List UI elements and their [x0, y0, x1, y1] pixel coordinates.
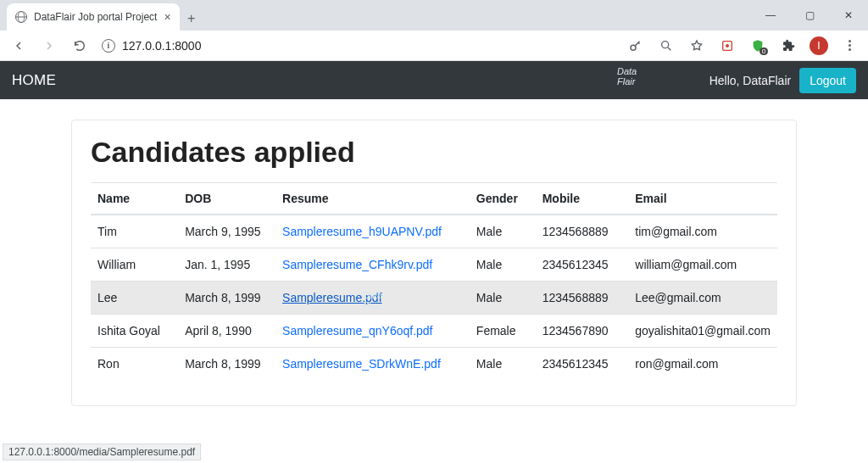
resume-link[interactable]: Sampleresume_CFhk9rv.pdf — [282, 258, 432, 271]
cell-name: Lee — [91, 282, 178, 315]
col-name: Name — [91, 183, 178, 215]
col-resume: Resume — [275, 183, 470, 215]
svg-point-1 — [662, 41, 669, 47]
forward-icon — [37, 34, 61, 58]
cell-mobile: 1234567890 — [536, 315, 629, 348]
zoom-icon[interactable] — [654, 34, 678, 58]
kebab-menu-icon[interactable] — [837, 34, 861, 58]
site-info-icon[interactable]: i — [102, 39, 115, 53]
candidates-card: Candidates applied Name DOB Resume Gende… — [71, 120, 797, 406]
resume-link[interactable]: Sampleresume.pdf — [282, 291, 382, 304]
cell-email: goyalishita01@gmail.com — [628, 315, 777, 348]
page-title: Candidates applied — [91, 136, 777, 169]
back-icon[interactable] — [7, 34, 31, 58]
star-icon[interactable] — [685, 34, 709, 58]
cell-gender: Male — [470, 348, 536, 381]
col-mobile: Mobile — [536, 183, 629, 215]
cell-dob: April 8, 1990 — [178, 315, 275, 348]
cell-mobile: 2345612345 — [536, 348, 629, 381]
extensions-icon[interactable] — [776, 34, 800, 58]
status-bar: 127.0.0.1:8000/media/Sampleresume.pdf — [3, 443, 201, 460]
greeting-text: Hello, DataFlair — [709, 74, 791, 87]
cell-resume: Sampleresume_h9UAPNV.pdf — [275, 215, 470, 248]
col-dob: DOB — [178, 183, 275, 215]
svg-point-3 — [726, 44, 729, 47]
cell-email: ron@gmail.com — [628, 348, 777, 381]
cell-email: Lee@gmail.com — [628, 282, 777, 315]
resume-link[interactable]: Sampleresume_h9UAPNV.pdf — [282, 225, 442, 238]
cell-resume: Sampleresume_CFhk9rv.pdf — [275, 248, 470, 282]
cell-resume: Sampleresume_qnY6oqf.pdf — [275, 315, 470, 348]
cell-mobile: 1234568889 — [536, 282, 629, 315]
browser-tab[interactable]: DataFlair Job portal Project × — [7, 3, 180, 31]
cell-dob: March 8, 1999 — [178, 348, 275, 381]
cell-resume: Sampleresume.pdf — [275, 282, 470, 315]
cell-dob: March 9, 1995 — [178, 215, 275, 248]
cell-dob: March 8, 1999 — [178, 282, 275, 315]
extension-red-icon[interactable] — [715, 34, 739, 58]
key-icon[interactable] — [624, 34, 648, 58]
svg-point-0 — [631, 45, 636, 50]
new-tab-button[interactable]: + — [180, 7, 203, 31]
cell-name: Ishita Goyal — [91, 315, 178, 348]
minimize-icon[interactable]: — — [751, 0, 790, 31]
table-row: WilliamJan. 1, 1995Sampleresume_CFhk9rv.… — [91, 248, 777, 282]
cell-gender: Male — [470, 282, 536, 315]
table-row: LeeMarch 8, 1999Sampleresume.pdfMale1234… — [91, 282, 777, 315]
window-controls: — ▢ ✕ — [751, 0, 868, 31]
content-area: Candidates applied Name DOB Resume Gende… — [0, 99, 868, 406]
url-text: 127.0.0.1:8000 — [122, 39, 201, 53]
maximize-icon[interactable]: ▢ — [790, 0, 829, 31]
cell-name: Tim — [91, 215, 178, 248]
col-email: Email — [628, 183, 777, 215]
home-link[interactable]: HOME — [12, 72, 56, 89]
globe-icon — [15, 11, 27, 23]
window-close-icon[interactable]: ✕ — [829, 0, 868, 31]
extension-shield-icon[interactable]: 0 — [746, 34, 770, 58]
table-row: RonMarch 8, 1999Sampleresume_SDrkWnE.pdf… — [91, 348, 777, 381]
app-navbar: HOME Hello, DataFlair Logout — [0, 61, 868, 99]
cell-email: tim@gmail.com — [628, 215, 777, 248]
profile-avatar[interactable]: I — [807, 34, 831, 58]
resume-link[interactable]: Sampleresume_SDrkWnE.pdf — [282, 357, 441, 371]
tab-title: DataFlair Job portal Project — [34, 11, 157, 23]
table-row: Ishita GoyalApril 8, 1990Sampleresume_qn… — [91, 315, 777, 348]
url-field[interactable]: i 127.0.0.1:8000 — [102, 39, 201, 53]
cell-gender: Male — [470, 248, 536, 282]
cell-mobile: 2345612345 — [536, 248, 629, 282]
cell-name: William — [91, 248, 178, 282]
cell-email: william@gmail.com — [628, 248, 777, 282]
logout-button[interactable]: Logout — [799, 68, 856, 93]
address-bar: i 127.0.0.1:8000 0 I — [0, 31, 868, 61]
col-gender: Gender — [470, 183, 536, 215]
candidates-table: Name DOB Resume Gender Mobile Email TimM… — [91, 182, 777, 380]
reload-icon[interactable] — [68, 34, 92, 58]
cell-name: Ron — [91, 348, 178, 381]
cell-gender: Female — [470, 315, 536, 348]
cell-gender: Male — [470, 215, 536, 248]
resume-link[interactable]: Sampleresume_qnY6oqf.pdf — [282, 324, 432, 337]
cell-resume: Sampleresume_SDrkWnE.pdf — [275, 348, 470, 381]
table-row: TimMarch 9, 1995Sampleresume_h9UAPNV.pdf… — [91, 215, 777, 248]
cell-dob: Jan. 1, 1995 — [178, 248, 275, 282]
close-icon[interactable]: × — [164, 11, 170, 23]
cell-mobile: 1234568889 — [536, 215, 629, 248]
browser-tab-bar: DataFlair Job portal Project × + — ▢ ✕ — [0, 0, 868, 31]
